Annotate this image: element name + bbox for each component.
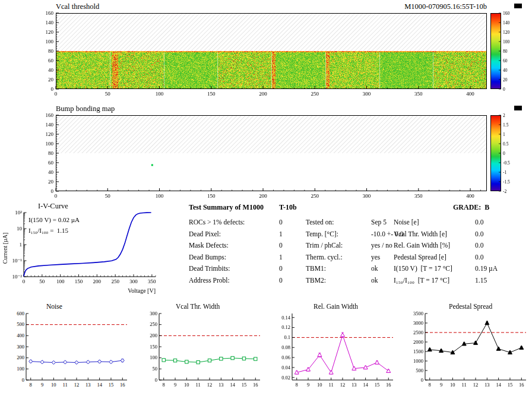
x-axis-label: Voltage [V] bbox=[128, 287, 156, 294]
marker bbox=[29, 360, 33, 363]
noise-chart: 89101112131415160100200300400500600 bbox=[0, 303, 133, 399]
svg-text:14: 14 bbox=[230, 382, 235, 388]
x-axis: 050100150200250300350400 bbox=[55, 188, 481, 199]
summary-row: TBM1:ok bbox=[306, 265, 394, 277]
marker bbox=[197, 360, 200, 363]
x-ticks: 8910111213141516 bbox=[30, 378, 125, 388]
svg-text:0: 0 bbox=[155, 377, 157, 383]
summary-label: Mask Defects: bbox=[189, 242, 229, 249]
marker bbox=[162, 359, 165, 362]
svg-text:0: 0 bbox=[22, 377, 24, 383]
svg-text:80: 80 bbox=[48, 48, 54, 54]
summary-value: 0.0 bbox=[475, 218, 483, 226]
svg-text:250: 250 bbox=[311, 193, 319, 199]
summary-row: Dead Pixel:1 bbox=[189, 230, 308, 242]
colorbar-tick-label: 80 bbox=[503, 49, 508, 54]
summary-value: ok bbox=[371, 277, 378, 284]
marker bbox=[254, 357, 257, 360]
summary-column-conditions: Tested on:Sep 5 Temp. [°C]:-10.0 +- 0.0 … bbox=[306, 218, 394, 288]
svg-text:100: 100 bbox=[150, 354, 157, 360]
iv-curve-panel: I-V-Curve 05010015020025030035010⁻²10⁻¹1… bbox=[0, 202, 178, 303]
svg-text:10⁻²: 10⁻² bbox=[12, 274, 23, 280]
summary-title: Test Summary of M1000 bbox=[189, 203, 264, 212]
summary-value: 0.0 bbox=[475, 242, 483, 249]
svg-text:10⁻¹: 10⁻¹ bbox=[12, 258, 23, 264]
hatched-region bbox=[56, 13, 487, 51]
bump-bonding-axes: 0501001502002503003504000204060801001201… bbox=[0, 104, 532, 205]
svg-text:250: 250 bbox=[311, 91, 319, 97]
svg-text:10: 10 bbox=[317, 382, 322, 388]
svg-text:0.02: 0.02 bbox=[281, 375, 290, 381]
y-axis: 020406080100120140160 bbox=[46, 10, 59, 92]
marker bbox=[428, 347, 432, 351]
svg-text:20: 20 bbox=[48, 179, 54, 185]
svg-text:11: 11 bbox=[329, 382, 334, 388]
svg-text:0.12: 0.12 bbox=[281, 324, 290, 330]
svg-text:14: 14 bbox=[97, 382, 102, 388]
svg-text:0: 0 bbox=[421, 377, 423, 383]
svg-text:350: 350 bbox=[414, 91, 423, 97]
y-axis-label: Current [µA] bbox=[2, 233, 8, 264]
summary-row: Address Probl:0 bbox=[189, 277, 308, 289]
bump-bonding-panel: Bump bonding map 05010015020025030035040… bbox=[0, 104, 532, 205]
summary-value: 0 bbox=[279, 218, 283, 226]
svg-text:11: 11 bbox=[462, 382, 467, 388]
marker bbox=[109, 360, 113, 363]
summary-column-defects: ROCs > 1% defects:0 Dead Pixel:1 Mask De… bbox=[189, 218, 308, 288]
summary-row: Dead Trimbits:0 bbox=[189, 265, 308, 277]
marker bbox=[121, 359, 124, 362]
pedestal-trend-panel: Pedestal Spread 891011121314151605001000… bbox=[399, 303, 532, 399]
svg-text:60: 60 bbox=[48, 58, 54, 64]
summary-row: Therm. cycl.:yes bbox=[306, 254, 394, 265]
svg-text:12: 12 bbox=[340, 382, 346, 388]
x-ticks: 050100150200250300350 bbox=[23, 274, 156, 284]
svg-text:11: 11 bbox=[63, 382, 68, 388]
svg-text:0: 0 bbox=[55, 193, 58, 199]
svg-text:13: 13 bbox=[86, 382, 91, 388]
svg-text:1: 1 bbox=[20, 242, 23, 248]
summary-row: I(150 V) [T = 17 °C]0.19 µA bbox=[394, 265, 532, 277]
summary-label: Therm. cycl.: bbox=[306, 254, 343, 261]
marker bbox=[98, 360, 102, 363]
summary-label: Dead Pixel: bbox=[189, 230, 221, 238]
colorbar-tick-label: -1 bbox=[503, 170, 506, 175]
svg-text:16: 16 bbox=[253, 382, 258, 388]
summary-subtitle: T-10b bbox=[279, 203, 297, 212]
svg-text:16: 16 bbox=[386, 382, 391, 388]
summary-row: Mask Defects:0 bbox=[189, 242, 308, 254]
colorbar-tick-label: 120 bbox=[503, 30, 510, 35]
colorbar-tick-label: 0.5 bbox=[503, 141, 509, 147]
svg-text:200: 200 bbox=[259, 91, 267, 97]
summary-row: Dead Bumps:1 bbox=[189, 254, 308, 265]
marker bbox=[185, 360, 188, 363]
colorbar-tick-label: 1.5 bbox=[503, 122, 509, 128]
svg-text:250: 250 bbox=[111, 278, 119, 284]
svg-text:10: 10 bbox=[184, 382, 189, 388]
svg-text:14: 14 bbox=[363, 382, 368, 388]
summary-row: Temp. [°C]:-10.0 +- 0.0 bbox=[306, 230, 394, 242]
svg-text:2500: 2500 bbox=[413, 330, 423, 335]
x-axis: 050100150200250300350400 bbox=[55, 86, 481, 97]
svg-text:0: 0 bbox=[51, 86, 54, 92]
svg-text:250: 250 bbox=[150, 321, 157, 327]
series-line bbox=[297, 335, 389, 372]
svg-text:150: 150 bbox=[207, 193, 216, 199]
colorbar-tick-label: 160 bbox=[503, 11, 510, 16]
hatched-region bbox=[56, 115, 487, 153]
svg-text:9: 9 bbox=[440, 382, 442, 388]
summary-value: 0 bbox=[279, 242, 283, 249]
svg-text:150: 150 bbox=[207, 91, 216, 97]
svg-text:350: 350 bbox=[414, 193, 423, 199]
svg-text:100: 100 bbox=[56, 278, 65, 284]
vcal-heatmap-axes: 0501001502002503003504000204060801001201… bbox=[0, 2, 532, 104]
marker bbox=[341, 333, 345, 337]
iv-ratio-annotation: I₁₅₀/I₁₀₀ = 1.15 bbox=[28, 227, 68, 234]
svg-text:10: 10 bbox=[51, 382, 56, 388]
summary-value: 0.0 bbox=[475, 230, 483, 238]
colorbar-tick-label: 100 bbox=[503, 39, 510, 45]
summary-label: TBM1: bbox=[306, 265, 326, 272]
svg-text:14: 14 bbox=[496, 382, 501, 388]
svg-text:0: 0 bbox=[23, 278, 26, 284]
rel-gain-trend-panel: Rel. Gain Width 89101112131415160.020.04… bbox=[266, 303, 399, 399]
y-ticks: 10⁻²10⁻¹11010² bbox=[12, 210, 27, 280]
